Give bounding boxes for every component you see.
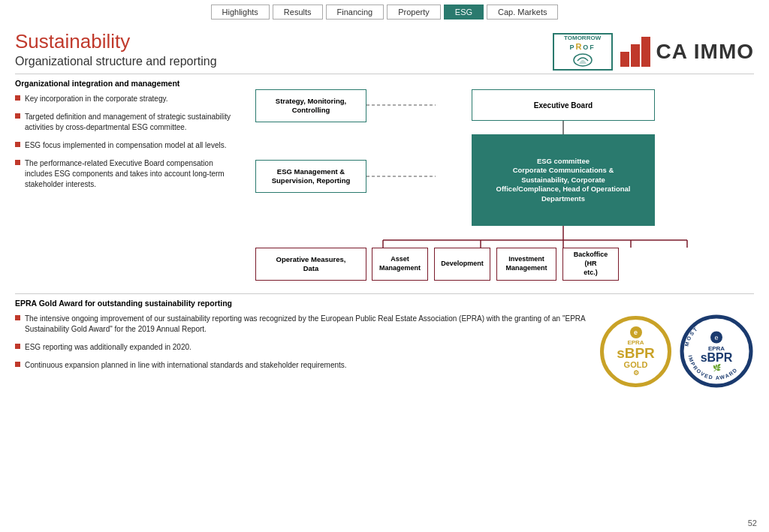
epra-award-sbpr: sBPR bbox=[690, 352, 743, 364]
ca-immo-logo: CA IMMO bbox=[620, 37, 754, 67]
page-title: Sustainability bbox=[15, 30, 217, 53]
org-operative-box: Operative Measures, Data bbox=[255, 248, 366, 281]
tab-cap-markets[interactable]: Cap. Markets bbox=[487, 5, 558, 20]
org-esg-committee-box: ESG committee Corporate Communications &… bbox=[472, 134, 655, 226]
bullet-list: Key incorporation in the corporate strat… bbox=[15, 94, 233, 190]
epra-award-container: MOST IMPROVED AWARD e EPRA sBPR 🌿 bbox=[679, 314, 754, 389]
bullet-text: ESG reporting was additionally expanded … bbox=[25, 342, 191, 353]
section1-title: Organizational integration and managemen… bbox=[15, 79, 233, 88]
bullet-icon bbox=[15, 95, 20, 101]
tab-results[interactable]: Results bbox=[273, 5, 323, 20]
bullet-text: Continuous expansion planned in line wit… bbox=[25, 360, 347, 371]
list-item: ESG reporting was additionally expanded … bbox=[15, 342, 593, 353]
bullet-text: Key incorporation in the corporate strat… bbox=[25, 94, 167, 104]
section2-content: The intensive ongoing improvement of our… bbox=[15, 314, 754, 389]
bullet-icon bbox=[15, 362, 20, 367]
org-development-box: Development bbox=[434, 248, 490, 281]
org-asset-box: Asset Management bbox=[372, 248, 428, 281]
header-divider bbox=[15, 74, 754, 74]
org-chart-panel: Strategy, Monitoring, Controlling ESG Ma… bbox=[240, 79, 754, 289]
list-item: The performance-related Executive Board … bbox=[15, 158, 233, 190]
page-subtitle: Organizational structure and reporting bbox=[15, 55, 217, 68]
bullet-icon bbox=[15, 315, 20, 320]
page-header: Sustainability Organizational structure … bbox=[0, 24, 769, 74]
org-investment-box: Investment Management bbox=[496, 248, 556, 281]
list-item: Continuous expansion planned in line wit… bbox=[15, 360, 593, 371]
left-panel: Organizational integration and managemen… bbox=[15, 79, 233, 289]
section2-divider bbox=[15, 293, 754, 294]
epra-gold-icon-bottom: ⚙ bbox=[633, 369, 639, 377]
org-chart: Strategy, Monitoring, Controlling ESG Ma… bbox=[240, 79, 754, 289]
list-item: ESG focus implemented in compensation mo… bbox=[15, 140, 233, 151]
bullet-icon bbox=[15, 113, 20, 119]
bullet-text: The intensive ongoing improvement of our… bbox=[25, 314, 593, 335]
section2: EPRA Gold Award for outstanding sustaina… bbox=[0, 293, 769, 389]
ca-immo-bars-icon bbox=[620, 37, 650, 67]
org-exec-board-box: Executive Board bbox=[472, 89, 655, 121]
epra-gold-icon: e bbox=[630, 326, 642, 338]
bullet-icon bbox=[15, 142, 20, 147]
epra-badges: e EPRA sBPR GOLD ⚙ MOST IMPROVED AWARD bbox=[600, 314, 754, 389]
page-number: 52 bbox=[748, 518, 757, 527]
tab-property[interactable]: Property bbox=[387, 5, 441, 20]
header-logos: TOMORROW PROF CA IMMO bbox=[553, 33, 754, 71]
section2-bullets: The intensive ongoing improvement of our… bbox=[15, 314, 593, 389]
bullet-text: ESG focus implemented in compensation mo… bbox=[25, 140, 226, 151]
tab-highlights[interactable]: Highlights bbox=[211, 5, 270, 20]
list-item: The intensive ongoing improvement of our… bbox=[15, 314, 593, 335]
bullet-icon bbox=[15, 344, 20, 349]
ca-immo-text: CA IMMO bbox=[656, 40, 754, 64]
tab-financing[interactable]: Financing bbox=[326, 5, 384, 20]
org-esg-mgmt-box: ESG Management & Supervision, Reporting bbox=[255, 160, 366, 193]
epra-award-inner: e EPRA sBPR 🌿 bbox=[690, 332, 743, 371]
list-item: Targeted definition and management of st… bbox=[15, 112, 233, 133]
list-item: Key incorporation in the corporate strat… bbox=[15, 94, 233, 104]
tab-esg[interactable]: ESG bbox=[444, 5, 484, 20]
bullet-text: Targeted definition and management of st… bbox=[25, 112, 233, 133]
bullet-icon bbox=[15, 160, 20, 165]
section2-title: EPRA Gold Award for outstanding sustaina… bbox=[15, 299, 754, 308]
epra-gold-sbpr: sBPR bbox=[617, 346, 655, 360]
epra-gold-badge: e EPRA sBPR GOLD ⚙ bbox=[600, 316, 671, 387]
header-left: Sustainability Organizational structure … bbox=[15, 30, 217, 68]
bullet-text: The performance-related Executive Board … bbox=[25, 158, 233, 190]
epra-award-icon: e bbox=[710, 332, 722, 344]
tomorrow-logo: TOMORROW PROF bbox=[553, 33, 613, 71]
org-strategy-box: Strategy, Monitoring, Controlling bbox=[255, 89, 366, 122]
epra-gold-text: GOLD bbox=[624, 360, 648, 369]
main-content: Organizational integration and managemen… bbox=[0, 79, 769, 289]
top-navigation: Highlights Results Financing Property ES… bbox=[0, 0, 769, 24]
org-backoffice-box: Backoffice (HR etc.) bbox=[562, 248, 619, 281]
epra-award-leaf: 🌿 bbox=[690, 364, 743, 371]
